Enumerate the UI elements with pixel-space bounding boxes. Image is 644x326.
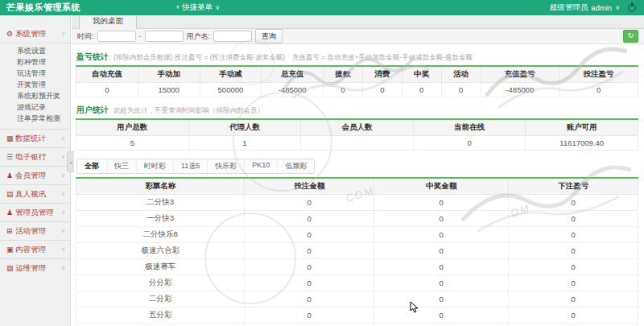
submenu-item-label: 系统设置 — [17, 47, 46, 55]
chevron-down-icon: ∨ — [61, 31, 65, 37]
sidebar-submenu-item[interactable]: 系统彩预开奖 — [0, 90, 70, 101]
submenu-item-label: 开奖管理 — [17, 80, 46, 89]
sidebar-item-system[interactable]: ⚙ 系统管理 ∨ — [0, 25, 70, 43]
time-to-input[interactable] — [145, 31, 184, 42]
lottery-tab[interactable]: 11选5 — [174, 159, 208, 173]
sidebar-item-label: 系统管理 — [15, 29, 61, 39]
submenu-item-label: 彩种管理 — [17, 58, 46, 66]
tab-my-desktop[interactable]: 我的桌面 — [79, 14, 137, 29]
sidebar-item[interactable]: ♟ 会员管理 ∨ — [0, 166, 70, 184]
lottery-tab-label: 时时彩 — [144, 162, 166, 170]
table-cell: 0 — [245, 211, 374, 227]
lottery-tab[interactable]: 快乐彩 — [208, 159, 245, 173]
table-cell: 0 — [374, 324, 509, 326]
table-cell: 0 — [441, 83, 481, 97]
column-header: 会员人数 — [301, 119, 414, 136]
sidebar-item-label: 真人视讯 — [15, 189, 61, 200]
lottery-tab[interactable]: 时时彩 — [137, 159, 174, 173]
video-icon: ▤ — [6, 190, 15, 198]
username-input[interactable] — [213, 31, 252, 42]
table-cell: 0 — [374, 227, 509, 243]
sidebar-submenu-item[interactable]: 彩种管理 — [0, 56, 70, 68]
column-header: 当前在线 — [413, 119, 526, 136]
table-cell: 0 — [245, 307, 374, 324]
profit-panel-header: 盈亏统计 (排除内部会员数据) 投注盈亏 = (投注消费金额-派奖金额) 充值盈… — [76, 52, 638, 63]
column-header: 投注盈亏 — [559, 66, 638, 83]
table-row: 二分快乐8000 — [76, 227, 638, 243]
lottery-tab-label: 快三 — [114, 162, 129, 170]
table-cell: 0 — [245, 291, 374, 307]
sidebar-item[interactable]: ▧ 运维管理 ∨ — [0, 258, 70, 277]
column-header: 中奖金额 — [374, 178, 509, 195]
table-cell: 0 — [374, 307, 509, 324]
table-cell: 0 — [324, 83, 363, 97]
user-role: 超级管理员 — [550, 2, 588, 13]
table-cell: 五分彩 — [76, 307, 245, 324]
table-cell: 0 — [245, 275, 374, 291]
column-header: 用户总数 — [76, 119, 189, 136]
query-button[interactable]: 查询 — [255, 29, 283, 43]
sidebar-item[interactable]: ▤ 真人视讯 ∨ — [0, 184, 70, 203]
table-cell: 0 — [509, 243, 638, 259]
lottery-tab[interactable]: 全部 — [77, 159, 107, 173]
column-header: 手动加 — [138, 66, 200, 83]
sidebar-item-label: 管理员管理 — [15, 208, 61, 218]
user-panel-note: 此处为总计，不受查询时间影响（排除内部会员） — [114, 106, 264, 116]
sidebar-collapse-handle[interactable]: ◂ — [67, 151, 74, 172]
sidebar-submenu-item[interactable]: 系统设置 — [0, 45, 70, 56]
app-title: 芒果娱乐管理系统 — [6, 2, 80, 14]
refresh-button[interactable]: ↻ — [623, 30, 638, 43]
column-header: 账户可用 — [526, 119, 638, 136]
table-cell: 0 — [402, 83, 441, 97]
submenu-item-label: 游戏记录 — [17, 103, 46, 111]
table-cell: 0 — [374, 259, 509, 275]
sidebar-submenu-item[interactable]: 开奖管理 — [0, 79, 70, 90]
sidebar-item[interactable]: ♟ 管理员管理 ∨ — [0, 203, 70, 221]
sidebar-item[interactable]: ▦ 数据统计 ∨ — [0, 129, 70, 147]
column-header: 活动 — [441, 66, 481, 83]
lottery-tab-label: 全部 — [85, 162, 99, 170]
table-cell: 二分快乐8 — [76, 227, 245, 243]
lottery-tab-label: 低频彩 — [285, 162, 307, 170]
table-cell: 0 — [374, 211, 509, 227]
chevron-down-icon: ∨ — [61, 265, 65, 271]
chevron-down-icon: ∨ — [61, 135, 65, 142]
profit-panel-title: 盈亏统计 — [76, 52, 109, 63]
table-cell: 0 — [509, 275, 638, 291]
quick-menu-button[interactable]: + 快捷菜单 ∨ — [175, 2, 220, 13]
sidebar-item-label: 内容管理 — [15, 245, 61, 255]
table-row: 极速赛车000 — [76, 259, 638, 275]
profit-table: 自动充值手动加手动减总充值提款消费中奖活动充值盈亏投注盈亏01500050000… — [76, 65, 638, 97]
username-label: 用户名: — [187, 31, 211, 42]
table-cell: 0 — [509, 227, 638, 243]
sidebar-item-label: 运维管理 — [15, 263, 61, 274]
user-menu[interactable]: 超级管理员 admin ∨ — [550, 2, 620, 13]
time-from-input[interactable] — [97, 31, 136, 42]
sidebar-item[interactable]: ☰ 电子银行 ∨ — [0, 147, 70, 166]
lottery-tab[interactable]: 快三 — [107, 159, 137, 173]
column-header: 充值盈亏 — [481, 66, 559, 83]
table-cell: 0 — [362, 83, 402, 97]
submenu-item-label: 玩法管理 — [17, 69, 46, 77]
list-icon: ☰ — [6, 153, 15, 161]
sidebar-submenu-item[interactable]: 注单异常检测 — [0, 113, 70, 124]
sidebar-item[interactable]: ⊞ 活动管理 ∨ — [0, 221, 70, 240]
table-cell: 0 — [374, 275, 509, 291]
mouse-cursor — [410, 301, 419, 315]
sidebar-item-label: 会员管理 — [15, 171, 61, 181]
table-cell: 二分彩 — [76, 291, 245, 307]
tab-bar: 我的桌面 — [72, 15, 644, 29]
sidebar-submenu-item[interactable]: 游戏记录 — [0, 101, 70, 113]
table-cell: 0 — [245, 227, 374, 243]
table-cell: -485000 — [262, 83, 324, 97]
submenu-item-label: 系统彩预开奖 — [17, 92, 60, 100]
chevron-down-icon: ∨ — [61, 209, 65, 216]
sidebar-item[interactable]: ▣ 内容管理 ∨ — [0, 240, 70, 258]
logout-power-icon[interactable] — [628, 4, 636, 12]
table-cell: 15000 — [138, 83, 200, 97]
lottery-tab[interactable]: 低频彩 — [278, 159, 314, 173]
ops-icon: ▧ — [6, 264, 15, 272]
lottery-tab[interactable]: PK10 — [245, 159, 278, 173]
sidebar-submenu-item[interactable]: 玩法管理 — [0, 68, 70, 79]
table-cell: 0 — [76, 83, 138, 97]
